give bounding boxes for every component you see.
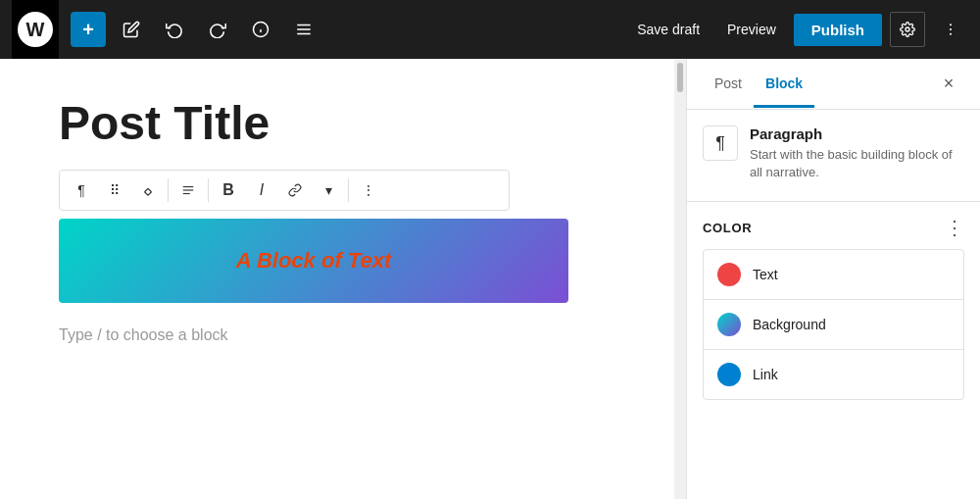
info-button[interactable]: [243, 12, 278, 47]
paragraph-icon: ¶: [715, 133, 725, 154]
color-options: Text Background Link: [703, 249, 964, 400]
scroll-thumb[interactable]: [677, 63, 683, 92]
block-info-text: Paragraph Start with the basic building …: [750, 125, 964, 181]
background-color-circle: [717, 313, 741, 336]
save-draft-button[interactable]: Save draft: [627, 16, 710, 43]
block-toolbar: ¶ ⠿ B I ▾ ⋮: [59, 170, 510, 211]
sidebar-content: ¶ Paragraph Start with the basic buildin…: [687, 110, 980, 499]
block-placeholder[interactable]: Type / to choose a block: [59, 326, 615, 344]
block-name: Paragraph: [750, 125, 964, 142]
svg-point-6: [906, 27, 909, 31]
block-type-icon: ¶: [703, 125, 738, 161]
link-color-label: Link: [753, 367, 778, 382]
color-option-background[interactable]: Background: [704, 300, 963, 350]
toolbar-right: Save draft Preview Publish: [627, 12, 968, 47]
link-color-circle: [717, 363, 741, 386]
block-more-button[interactable]: ⋮: [353, 175, 384, 206]
svg-point-9: [950, 33, 952, 35]
redo-button[interactable]: [200, 12, 235, 47]
toolbar-divider-3: [348, 178, 349, 202]
settings-button[interactable]: [890, 12, 925, 47]
section-divider: [687, 201, 980, 202]
color-section-title: Color: [703, 221, 752, 235]
sidebar-close-button[interactable]: ×: [933, 69, 964, 100]
text-color-circle: [717, 263, 741, 286]
editor-area[interactable]: Post Title ¶ ⠿ B I ▾ ⋮ A Block of Text: [0, 59, 674, 499]
tab-block[interactable]: Block: [754, 62, 814, 108]
svg-point-8: [950, 28, 952, 30]
wp-logo: W: [12, 0, 59, 59]
wp-logo-icon: W: [26, 20, 45, 39]
undo-button[interactable]: [157, 12, 192, 47]
drag-handle-button[interactable]: ⠿: [99, 175, 130, 206]
more-inline-button[interactable]: ▾: [313, 175, 344, 206]
wp-logo-circle: W: [18, 12, 53, 47]
preview-button[interactable]: Preview: [717, 16, 786, 43]
align-button[interactable]: [172, 175, 204, 206]
svg-point-7: [950, 24, 952, 25]
list-view-button[interactable]: [286, 12, 321, 47]
background-color-label: Background: [753, 317, 826, 332]
sidebar: Post Block × ¶ Paragraph Start with the …: [686, 59, 980, 499]
text-color-label: Text: [753, 267, 778, 282]
publish-button[interactable]: Publish: [794, 14, 882, 46]
color-section-header: Color ⋮: [703, 218, 964, 237]
color-section: Color ⋮ Text Background Link: [703, 218, 964, 400]
pen-button[interactable]: [114, 12, 149, 47]
scroll-track[interactable]: [674, 59, 686, 499]
sidebar-tabs: Post Block ×: [687, 59, 980, 110]
italic-button[interactable]: I: [246, 175, 277, 206]
colored-block[interactable]: A Block of Text: [59, 219, 568, 303]
link-button[interactable]: [279, 175, 311, 206]
post-title[interactable]: Post Title: [59, 98, 615, 150]
tab-post[interactable]: Post: [703, 62, 754, 108]
colored-block-text: A Block of Text: [236, 248, 392, 274]
color-option-text[interactable]: Text: [704, 250, 963, 300]
toolbar-divider-1: [168, 178, 169, 202]
color-option-link[interactable]: Link: [704, 350, 963, 399]
move-arrows-button[interactable]: [132, 175, 164, 206]
block-description: Start with the basic building block of a…: [750, 146, 964, 181]
paragraph-type-button[interactable]: ¶: [66, 175, 97, 206]
bold-button[interactable]: B: [213, 175, 244, 206]
toolbar-divider-2: [208, 178, 209, 202]
color-section-more-button[interactable]: ⋮: [945, 218, 964, 237]
main-layout: Post Title ¶ ⠿ B I ▾ ⋮ A Block of Text: [0, 59, 980, 499]
add-block-button[interactable]: +: [71, 12, 106, 47]
block-info: ¶ Paragraph Start with the basic buildin…: [703, 125, 964, 181]
more-options-button[interactable]: [933, 12, 968, 47]
main-toolbar: W + Save draft Preview Publish: [0, 0, 980, 59]
